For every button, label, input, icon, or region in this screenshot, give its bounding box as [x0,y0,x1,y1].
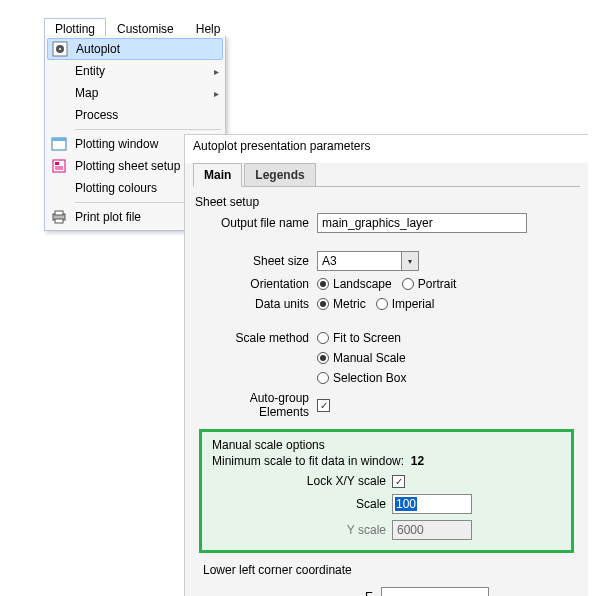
tabs: Main Legends [193,163,580,187]
radio-dot-icon [317,352,329,364]
e-label: E [201,590,381,596]
check-icon: ✓ [317,399,330,412]
auto-group-label: Auto-group Elements [201,391,317,419]
menu-item-process-label: Process [69,108,219,122]
radio-landscape-label: Landscape [333,277,392,291]
manual-scale-options-label: Manual scale options [212,438,561,452]
menu-customise-label: Customise [117,22,174,36]
svg-rect-5 [53,160,65,172]
radio-manual-scale[interactable]: Manual Scale [317,351,406,365]
radio-circle-icon [317,332,329,344]
min-scale-label: Minimum scale to fit data in window: [212,454,404,468]
radio-circle-icon [376,298,388,310]
menu-item-entity-label: Entity [69,64,207,78]
output-file-input[interactable] [317,213,527,233]
radio-imperial-label: Imperial [392,297,435,311]
radio-circle-icon [317,372,329,384]
radio-imperial[interactable]: Imperial [376,297,435,311]
lock-xy-check[interactable]: ✓ [392,475,405,488]
radio-dot-icon [317,298,329,310]
svg-rect-11 [55,219,63,223]
menu-help-label: Help [196,22,221,36]
separator [75,129,221,130]
scale-label: Scale [212,497,392,511]
sheet-size-input[interactable] [317,251,401,271]
menu-item-process[interactable]: Process [47,104,223,126]
sheet-size-label: Sheet size [201,254,317,268]
dialog-title: Autoplot presentation parameters [185,135,588,163]
manual-scale-options-box: Manual scale options Minimum scale to fi… [199,429,574,553]
tab-legends-label: Legends [255,168,304,182]
tab-legends[interactable]: Legends [244,163,315,187]
chevron-right-icon: ▸ [207,88,219,99]
radio-circle-icon [402,278,414,290]
radio-fit-label: Fit to Screen [333,331,401,345]
auto-group-check[interactable]: ✓ [317,399,330,412]
window-icon [49,136,69,152]
sheet-size-combo[interactable]: ▾ [317,251,419,271]
chevron-right-icon: ▸ [207,66,219,77]
print-icon [49,209,69,225]
min-scale-value: 12 [411,454,424,468]
output-file-label: Output file name [201,216,317,230]
scale-method-label: Scale method [201,331,317,345]
panel-main: Sheet setup Output file name Sheet size … [193,186,580,596]
scale-value-selected: 100 [395,497,417,511]
chevron-down-icon[interactable]: ▾ [401,251,419,271]
svg-rect-4 [52,138,66,141]
autoplot-dialog: Autoplot presentation parameters Main Le… [184,134,588,596]
data-units-label: Data units [201,297,317,311]
e-input[interactable] [381,587,489,596]
check-icon: ✓ [392,475,405,488]
radio-portrait[interactable]: Portrait [402,277,457,291]
radio-landscape[interactable]: Landscape [317,277,392,291]
scale-input[interactable]: 100 [392,494,472,514]
yscale-label: Y scale [212,523,392,537]
radio-selbox-label: Selection Box [333,371,406,385]
lower-left-label: Lower left corner coordinate [203,563,572,577]
autoplot-icon [50,41,70,57]
svg-point-2 [59,48,61,50]
sheet-setup-label: Sheet setup [195,195,580,209]
radio-selection-box[interactable]: Selection Box [317,371,406,385]
svg-rect-6 [55,162,59,165]
sheet-setup-icon [49,158,69,174]
tab-main[interactable]: Main [193,163,242,187]
orientation-label: Orientation [201,277,317,291]
radio-fit-to-screen[interactable]: Fit to Screen [317,331,401,345]
radio-portrait-label: Portrait [418,277,457,291]
menu-item-map[interactable]: Map ▸ [47,82,223,104]
dialog-body: Main Legends Sheet setup Output file nam… [185,163,588,596]
menu-item-autoplot[interactable]: Autoplot [47,38,223,60]
yscale-input [392,520,472,540]
radio-metric-label: Metric [333,297,366,311]
menu-plotting-label: Plotting [55,22,95,36]
radio-manual-label: Manual Scale [333,351,406,365]
menu-item-autoplot-label: Autoplot [70,42,218,56]
menu-item-entity[interactable]: Entity ▸ [47,60,223,82]
tab-main-label: Main [204,168,231,182]
menu-item-map-label: Map [69,86,207,100]
radio-metric[interactable]: Metric [317,297,366,311]
lock-xy-label: Lock X/Y scale [212,474,392,488]
svg-rect-10 [55,211,63,215]
radio-dot-icon [317,278,329,290]
